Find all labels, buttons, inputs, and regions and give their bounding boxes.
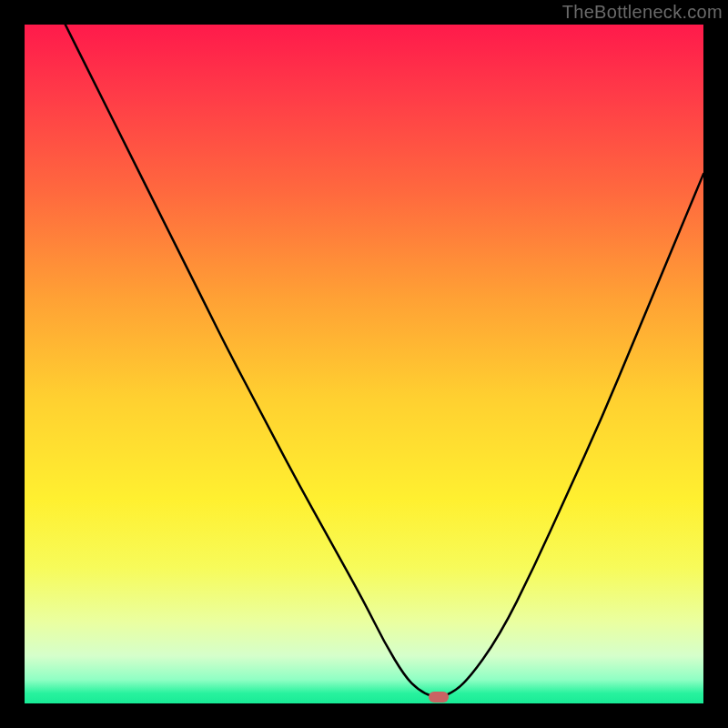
- chart-frame: TheBottleneck.com: [0, 0, 728, 728]
- plot-area: [25, 25, 703, 703]
- optimum-marker: [429, 692, 449, 703]
- plot-svg: [25, 25, 703, 703]
- watermark-text: TheBottleneck.com: [562, 2, 723, 23]
